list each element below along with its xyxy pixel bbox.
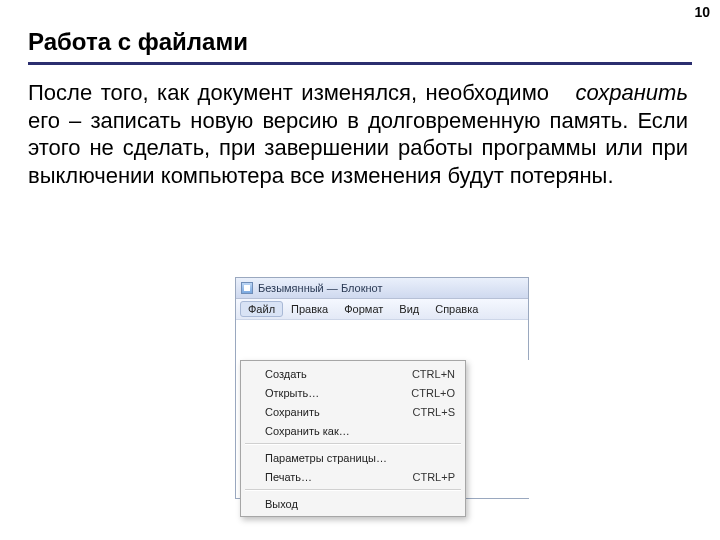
menu-item-print[interactable]: Печать… CTRL+P bbox=[243, 467, 463, 486]
body-paragraph: После того, как документ изменялся, необ… bbox=[28, 79, 692, 189]
titlebar[interactable]: Безымянный — Блокнот bbox=[236, 278, 528, 299]
menu-item-shortcut: CTRL+S bbox=[413, 406, 456, 418]
menu-item-save-as[interactable]: Сохранить как… bbox=[243, 421, 463, 440]
menu-view[interactable]: Вид bbox=[391, 301, 427, 317]
menu-item-shortcut: CTRL+O bbox=[411, 387, 455, 399]
menu-item-label: Открыть… bbox=[265, 387, 319, 399]
menu-separator bbox=[245, 489, 461, 491]
menu-item-shortcut: CTRL+P bbox=[413, 471, 456, 483]
menu-file[interactable]: Файл bbox=[240, 301, 283, 317]
editor-area[interactable] bbox=[462, 360, 529, 498]
menu-item-open[interactable]: Открыть… CTRL+O bbox=[243, 383, 463, 402]
menu-help[interactable]: Справка bbox=[427, 301, 486, 317]
menu-item-shortcut: CTRL+N bbox=[412, 368, 455, 380]
menu-item-label: Параметры страницы… bbox=[265, 452, 387, 464]
menu-item-label: Печать… bbox=[265, 471, 312, 483]
menu-separator bbox=[245, 443, 461, 445]
menu-edit[interactable]: Правка bbox=[283, 301, 336, 317]
menu-item-label: Сохранить bbox=[265, 406, 320, 418]
menu-item-exit[interactable]: Выход bbox=[243, 494, 463, 513]
notepad-icon bbox=[241, 282, 253, 294]
body-text-post: его – записать новую версию в долговреме… bbox=[28, 108, 688, 188]
menu-item-label: Выход bbox=[265, 498, 298, 510]
menu-item-save[interactable]: Сохранить CTRL+S bbox=[243, 402, 463, 421]
body-text-pre: После того, как документ изменялся, необ… bbox=[28, 80, 558, 105]
file-dropdown: Создать CTRL+N Открыть… CTRL+O Сохранить… bbox=[240, 360, 466, 517]
menu-item-label: Сохранить как… bbox=[265, 425, 350, 437]
notepad-window: Безымянный — Блокнот Файл Правка Формат … bbox=[236, 278, 528, 498]
menu-item-new[interactable]: Создать CTRL+N bbox=[243, 364, 463, 383]
menubar: Файл Правка Формат Вид Справка bbox=[236, 299, 528, 320]
body-text-em: сохранить bbox=[576, 80, 688, 105]
page-title: Работа с файлами bbox=[28, 18, 692, 65]
window-title: Безымянный — Блокнот bbox=[258, 282, 382, 294]
menu-format[interactable]: Формат bbox=[336, 301, 391, 317]
menu-item-label: Создать bbox=[265, 368, 307, 380]
page-number: 10 bbox=[694, 4, 710, 20]
menu-item-page-setup[interactable]: Параметры страницы… bbox=[243, 448, 463, 467]
